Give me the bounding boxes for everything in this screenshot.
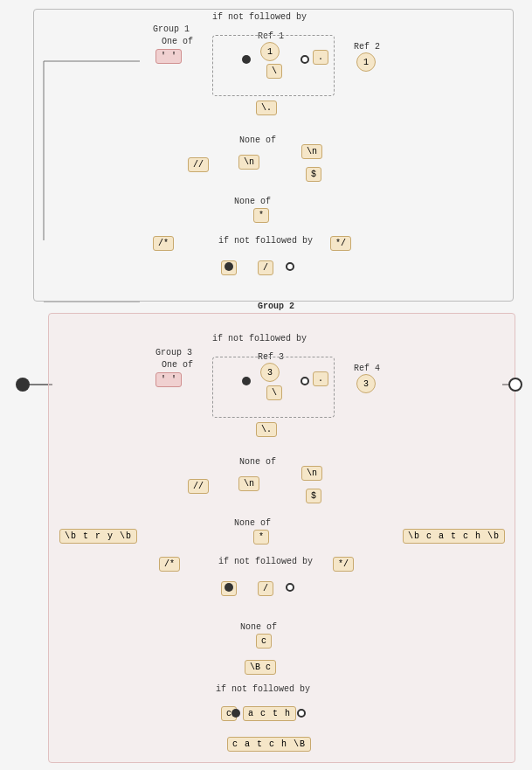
ref4-label: Ref 4 (354, 364, 380, 373)
none-of-1-label: None of (239, 135, 276, 145)
dot-token-2: . (313, 371, 328, 386)
star-slash-2: */ (333, 557, 354, 572)
empty-connector-3 (301, 377, 309, 385)
slash-star-1: /* (153, 236, 174, 251)
dot-connector-4 (225, 583, 233, 592)
dot-connector-5 (231, 709, 240, 718)
empty-connector-4 (286, 583, 294, 592)
main-container: Group 1 One of ' ' if not followed by Re… (0, 0, 532, 770)
star-slash-1: */ (330, 236, 351, 251)
c-token-1: c (256, 634, 272, 649)
none-of-3-label: None of (239, 457, 276, 467)
none-of-2-label: None of (234, 197, 271, 206)
group3-label: Group 3 (155, 348, 192, 357)
backslash-dot-token-2: \. (256, 422, 277, 437)
dot-connector-2 (225, 262, 233, 271)
slash-star-2: /* (159, 557, 180, 572)
empty-connector-2 (286, 262, 294, 271)
dollar-2: $ (306, 489, 321, 503)
star-token-2: * (253, 530, 269, 545)
catch-b-token: c a t c h \B (227, 737, 311, 752)
empty-connector-5 (297, 709, 306, 718)
dollar-1: $ (306, 167, 321, 182)
backslash-n-2: \n (301, 466, 322, 481)
quotes-token-2: ' ' (155, 372, 182, 387)
none-of-4-label: None of (234, 518, 271, 528)
if-not-followed-3: if not followed by (212, 334, 307, 343)
backslash-token-1: \ (266, 64, 282, 79)
star-token-1: * (253, 208, 269, 223)
backslash-dot-token-1: \. (256, 101, 277, 115)
if-not-followed-1: if not followed by (212, 12, 307, 22)
catch-seq-token: a c t h (243, 706, 296, 721)
backslash-n-1: \n (301, 144, 322, 159)
btry-token: \b t r y \b (59, 529, 137, 544)
backslash-token-2: \ (266, 385, 282, 400)
exit-circle (508, 378, 522, 392)
slash-token-1: / (258, 260, 273, 275)
one-of-1-label: One of (162, 37, 193, 46)
ref2-box: 1 (356, 52, 376, 72)
backslash-n-inner-1: \n (238, 155, 259, 170)
ref4-box: 3 (356, 374, 376, 393)
quotes-token-1: ' ' (155, 49, 182, 64)
slash-slash-1: // (188, 157, 209, 172)
none-of-5-label: None of (240, 622, 277, 632)
empty-connector-1 (301, 55, 309, 64)
backslash-n-inner-2: \n (238, 476, 259, 491)
slash-token-2: / (258, 581, 273, 596)
dot-connector-3 (242, 377, 251, 385)
dot-token-1: . (313, 50, 328, 65)
bc-token: \B c (245, 660, 276, 675)
bcatch-token: \b c a t c h \b (403, 529, 505, 544)
ref2-label: Ref 2 (354, 42, 380, 52)
slash-slash-2: // (188, 479, 209, 494)
if-not-followed-4: if not followed by (218, 557, 313, 566)
if-not-followed-2: if not followed by (218, 236, 313, 246)
one-of-2-label: One of (162, 360, 193, 370)
group1-label: Group 1 (153, 24, 190, 34)
dot-connector-1 (242, 55, 251, 64)
if-not-followed-5: if not followed by (216, 684, 310, 694)
group2-label: Group 2 (258, 302, 294, 311)
entry-circle (16, 378, 30, 392)
